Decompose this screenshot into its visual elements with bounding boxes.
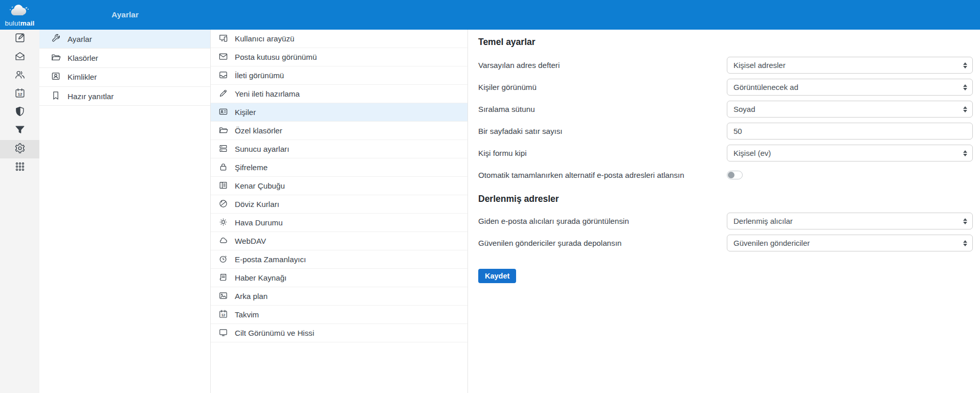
- timer-clock-icon: [218, 254, 228, 265]
- nav-item-kimlikler[interactable]: Kimlikler: [39, 68, 210, 87]
- settings-sections-list: Kullanıcı arayüzü Posta kutusu görünümü …: [211, 30, 468, 393]
- nav-item-hazir-yanitlar[interactable]: Hazır yanıtlar: [39, 87, 210, 106]
- form-row: Bir sayfadaki satır sayısı: [478, 123, 973, 140]
- settings-gear-icon: [14, 143, 26, 156]
- section-yeni-ileti-hazirlama[interactable]: Yeni ileti hazırlama: [211, 85, 467, 103]
- section-ozel-klasorler[interactable]: Özel klasörler: [211, 122, 467, 140]
- folder-open-icon: [218, 125, 228, 136]
- collected-recipients-select[interactable]: Derlenmiş alıcılar: [727, 213, 973, 229]
- settings-button[interactable]: [0, 140, 39, 158]
- section-label: Kişiler: [235, 108, 256, 117]
- folder-icon: [51, 52, 61, 64]
- filter-icon: [14, 124, 26, 137]
- section-label: Takvim: [235, 310, 259, 319]
- field-label: Kişiler görünümü: [478, 83, 727, 91]
- default-addressbook-select[interactable]: Kişisel adresler: [727, 57, 973, 74]
- section-label: Kullanıcı arayüzü: [235, 34, 295, 43]
- calendar-icon: 12: [218, 309, 228, 320]
- section-label: İleti görünümü: [235, 71, 284, 80]
- section-kenar-cubugu[interactable]: Kenar Çubuğu: [211, 177, 467, 195]
- form-row: Güvenilen göndericiler şurada depolansın…: [478, 235, 973, 251]
- section-label: Posta kutusu görünümü: [235, 53, 317, 61]
- brand-logo[interactable]: bulutmail: [0, 0, 39, 30]
- apps-grid-icon: [14, 161, 26, 174]
- nav-item-ayarlar[interactable]: Ayarlar: [39, 30, 210, 49]
- section-label: Şifreleme: [235, 163, 268, 172]
- save-button[interactable]: Kaydet: [478, 269, 516, 283]
- section-e-posta-zamanlayici[interactable]: E-posta Zamanlayıcı: [211, 250, 467, 269]
- contact-form-mode-select[interactable]: Kişisel (ev): [727, 145, 973, 161]
- calendar-button[interactable]: 12: [0, 85, 39, 103]
- svg-text:12: 12: [17, 92, 22, 97]
- section-takvim[interactable]: 12 Takvim: [211, 306, 467, 324]
- section-sunucu-ayarlari[interactable]: Sunucu ayarları: [211, 140, 467, 158]
- contacts-button[interactable]: [0, 66, 39, 85]
- top-bar: bulutmail Ayarlar: [0, 0, 980, 30]
- field-label: Güvenilen göndericiler şurada depolansın: [478, 239, 727, 247]
- section-label: Arka plan: [235, 292, 268, 300]
- select-value: Kişisel adresler: [733, 61, 786, 70]
- select-arrows-icon: [963, 150, 967, 156]
- news-scroll-icon: [218, 272, 228, 284]
- section-ileti-gorunumu[interactable]: İleti görünümü: [211, 66, 467, 85]
- nav-item-label: Klasörler: [68, 54, 98, 62]
- section-hava-durumu[interactable]: Hava Durumu: [211, 214, 467, 232]
- form-row: Otomatik tamamlanırken alternatif e-post…: [478, 167, 973, 183]
- select-value: Güvenilen göndericiler: [733, 239, 810, 247]
- skip-alternative-emails-toggle[interactable]: [727, 171, 743, 179]
- form-row: Varsayılan adres defteri Kişisel adresle…: [478, 57, 973, 74]
- wrench-icon: [51, 33, 61, 45]
- rows-per-page-input[interactable]: [733, 127, 966, 135]
- section-label: Döviz Kurları: [235, 200, 279, 209]
- form-row: Giden e-posta alıcıları şurada görüntüle…: [478, 213, 973, 229]
- devices-icon: [218, 33, 228, 44]
- section-heading-derlenmis-adresler: Derlenmiş adresler: [478, 194, 973, 204]
- section-label: Sunucu ayarları: [235, 145, 289, 153]
- select-value: Kişisel (ev): [733, 149, 771, 157]
- nav-item-label: Hazır yanıtlar: [68, 92, 114, 101]
- sort-column-select[interactable]: Soyad: [727, 101, 973, 118]
- calendar-icon: 12: [14, 87, 26, 101]
- select-value: Derlenmiş alıcılar: [733, 217, 793, 225]
- section-arka-plan[interactable]: Arka plan: [211, 287, 467, 306]
- contacts-view-select[interactable]: Görüntülenecek ad: [727, 79, 973, 96]
- select-arrows-icon: [963, 106, 967, 112]
- section-kisiler[interactable]: Kişiler: [211, 103, 467, 122]
- section-haber-kaynagi[interactable]: Haber Kaynağı: [211, 269, 467, 287]
- field-label: Sıralama sütunu: [478, 105, 727, 113]
- filter-button[interactable]: [0, 122, 39, 140]
- section-label: Kenar Çubuğu: [235, 181, 285, 190]
- section-posta-kutusu-gorunumu[interactable]: Posta kutusu görünümü: [211, 48, 467, 66]
- mail-icon: [14, 51, 26, 64]
- id-card-icon: [51, 71, 61, 83]
- image-icon: [218, 291, 228, 302]
- section-sifreleme[interactable]: Şifreleme: [211, 158, 467, 177]
- settings-form: Temel ayarlar Varsayılan adres defteri K…: [468, 30, 980, 393]
- nav-item-label: Kimlikler: [68, 73, 97, 81]
- compose-button[interactable]: [0, 30, 39, 48]
- section-webdav[interactable]: WebDAV: [211, 232, 467, 250]
- select-value: Soyad: [733, 105, 755, 113]
- field-label: Otomatik tamamlanırken alternatif e-post…: [478, 171, 727, 179]
- toggle-knob: [728, 172, 734, 178]
- section-cilt-gorunumu-ve-hissi[interactable]: Cilt Görünümü ve Hissi: [211, 324, 467, 342]
- select-arrows-icon: [963, 218, 967, 224]
- security-button[interactable]: [0, 103, 39, 122]
- apps-button[interactable]: [0, 158, 39, 177]
- nav-item-klasorler[interactable]: Klasörler: [39, 49, 210, 67]
- pencil-icon: [218, 88, 228, 100]
- select-value: Görüntülenecek ad: [733, 83, 798, 91]
- section-label: Cilt Görünümü ve Hissi: [235, 329, 314, 337]
- section-kullanici-arayuzu[interactable]: Kullanıcı arayüzü: [211, 30, 467, 48]
- cloud-logo-icon: [8, 5, 32, 19]
- select-arrows-icon: [963, 84, 967, 90]
- monitor-icon: [218, 328, 228, 339]
- envelope-icon: [218, 52, 228, 63]
- mail-button[interactable]: [0, 48, 39, 66]
- sidebar-layout-icon: [218, 180, 228, 192]
- bookmark-icon: [51, 90, 61, 102]
- trusted-senders-select[interactable]: Güvenilen göndericiler: [727, 235, 973, 251]
- section-doviz-kurlari[interactable]: Döviz Kurları: [211, 195, 467, 214]
- task-rail: 12: [0, 30, 39, 393]
- brand-name: bulutmail: [5, 19, 34, 27]
